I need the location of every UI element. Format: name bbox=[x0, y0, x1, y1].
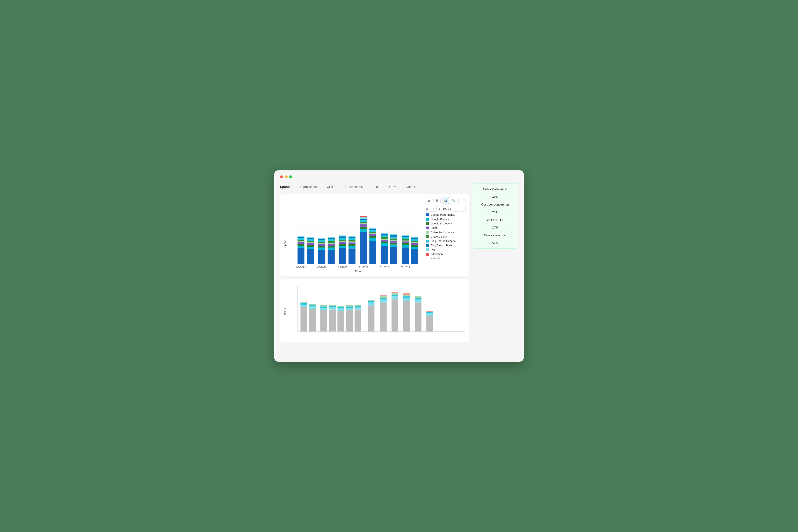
metrics-dropdown: Conversion value CPC Cost per conversion… bbox=[472, 183, 518, 249]
svg-rect-139 bbox=[338, 311, 344, 331]
tab-clicks[interactable]: Clicks bbox=[327, 183, 340, 190]
legend-item-google-display[interactable]: Google Display bbox=[426, 217, 466, 221]
svg-rect-127 bbox=[309, 309, 316, 331]
dropdown-item-ctr[interactable]: CTR bbox=[472, 224, 518, 231]
svg-rect-61 bbox=[360, 227, 367, 229]
svg-rect-103 bbox=[402, 236, 409, 237]
table-view-button[interactable]: ⊞ bbox=[425, 197, 432, 204]
close-button[interactable] bbox=[280, 175, 283, 178]
percent-view-button[interactable]: % bbox=[434, 197, 440, 204]
svg-rect-133 bbox=[320, 306, 327, 308]
svg-rect-129 bbox=[309, 305, 316, 306]
legend-item-bing-search-generic[interactable]: Bing Search Generic bbox=[426, 240, 466, 243]
chart-wrapper: Spend bbox=[283, 213, 423, 274]
svg-rect-11 bbox=[298, 238, 304, 240]
svg-rect-55 bbox=[348, 240, 355, 242]
svg-rect-65 bbox=[360, 220, 367, 222]
svg-rect-42 bbox=[339, 246, 346, 248]
svg-rect-85 bbox=[381, 234, 388, 235]
svg-rect-78 bbox=[381, 246, 388, 264]
svg-rect-101 bbox=[402, 239, 409, 241]
tab-cpm[interactable]: CPM bbox=[389, 183, 401, 190]
tab-spend[interactable]: Spend bbox=[280, 183, 295, 190]
svg-text:03-2024: 03-2024 bbox=[401, 266, 410, 269]
maximize-button[interactable] bbox=[289, 175, 292, 178]
svg-rect-58 bbox=[348, 236, 355, 237]
dropdown-item-roas[interactable]: ROAS bbox=[472, 208, 518, 216]
dropdown-item-aov[interactable]: AOV bbox=[472, 239, 518, 247]
svg-rect-5 bbox=[298, 248, 304, 264]
svg-rect-146 bbox=[346, 305, 353, 306]
legend-item-google-performance[interactable]: Google Performanc... bbox=[426, 213, 466, 216]
svg-rect-173 bbox=[415, 296, 421, 298]
svg-rect-48 bbox=[339, 236, 346, 238]
chart-view-button[interactable]: 📊 bbox=[442, 197, 449, 204]
svg-rect-171 bbox=[415, 300, 421, 303]
first-page-button[interactable]: ⟨⟨ bbox=[424, 206, 430, 212]
svg-rect-168 bbox=[403, 295, 410, 296]
tab-more[interactable]: More › bbox=[406, 183, 420, 190]
svg-rect-167 bbox=[403, 296, 410, 298]
svg-text:01-2024: 01-2024 bbox=[380, 266, 389, 269]
svg-rect-84 bbox=[381, 235, 388, 237]
dropdown-item-cpc[interactable]: CPC bbox=[472, 193, 518, 201]
svg-rect-20 bbox=[307, 240, 314, 241]
tab-trp[interactable]: TRP bbox=[373, 183, 384, 190]
tab-impressions[interactable]: Impressions bbox=[300, 183, 322, 190]
svg-rect-44 bbox=[339, 242, 346, 244]
svg-rect-64 bbox=[360, 222, 367, 223]
svg-rect-15 bbox=[307, 247, 314, 249]
svg-rect-143 bbox=[346, 310, 353, 331]
dropdown-item-cost-per-trp[interactable]: Cost per TRP bbox=[472, 216, 518, 224]
legend-item-email[interactable]: Email bbox=[426, 226, 466, 229]
left-panel: Spend Impressions Clicks Conversions TRP… bbox=[280, 183, 469, 342]
chart-toolbar: ⊞ % 📊 🔍 ⛶ bbox=[283, 197, 466, 204]
next-page-button[interactable]: ⟩ bbox=[453, 206, 459, 212]
legend-item-criteo-performance[interactable]: Criteo Performance bbox=[426, 231, 466, 234]
zoom-button[interactable]: 🔍 bbox=[450, 197, 457, 204]
svg-rect-24 bbox=[318, 247, 325, 250]
legend-color-criteo-performance bbox=[426, 231, 429, 234]
svg-rect-75 bbox=[369, 230, 376, 232]
svg-rect-67 bbox=[360, 217, 367, 219]
legend-item-awin[interactable]: Awin bbox=[426, 248, 466, 251]
svg-rect-13 bbox=[298, 236, 304, 237]
svg-rect-49 bbox=[339, 235, 346, 236]
minimize-button[interactable] bbox=[285, 175, 288, 178]
svg-rect-108 bbox=[411, 243, 418, 245]
legend-item-google-discovery[interactable]: Google Discovery bbox=[426, 222, 466, 225]
svg-rect-94 bbox=[390, 235, 397, 237]
svg-rect-19 bbox=[307, 241, 314, 242]
svg-rect-25 bbox=[318, 246, 325, 247]
fullscreen-button[interactable]: ⛶ bbox=[458, 197, 466, 204]
svg-rect-41 bbox=[339, 248, 346, 264]
legend-hide-all-button[interactable]: Hide all bbox=[426, 257, 466, 260]
svg-rect-71 bbox=[369, 236, 376, 238]
dropdown-item-conversion-value[interactable]: Conversion value bbox=[472, 185, 518, 193]
svg-rect-79 bbox=[381, 243, 388, 246]
legend-color-bing-search-brand bbox=[426, 244, 429, 247]
svg-text:05-2023: 05-2023 bbox=[296, 266, 306, 269]
legend-item-criteo-display[interactable]: Criteo Display bbox=[426, 235, 466, 238]
svg-rect-124 bbox=[301, 305, 307, 307]
dropdown-item-cost-per-conversion[interactable]: Cost per conversion bbox=[472, 201, 518, 208]
svg-rect-170 bbox=[415, 303, 421, 332]
svg-rect-153 bbox=[368, 301, 374, 303]
last-page-button[interactable]: ⟩⟩ bbox=[460, 206, 466, 212]
tab-conversions[interactable]: Conversions bbox=[345, 183, 368, 190]
svg-rect-68 bbox=[360, 216, 367, 217]
legend-item-adtraction[interactable]: Adtraction bbox=[426, 252, 466, 255]
right-panel: Conversion value CPC Cost per conversion… bbox=[472, 183, 518, 342]
legend-label-email: Email bbox=[431, 226, 437, 229]
dropdown-item-conversion-rate[interactable]: Conversion rate bbox=[472, 231, 518, 239]
bottom-chart-with-label: Sales bbox=[283, 283, 466, 341]
svg-rect-128 bbox=[309, 306, 316, 309]
svg-rect-46 bbox=[339, 240, 346, 241]
svg-rect-77 bbox=[369, 228, 376, 228]
svg-rect-174 bbox=[426, 316, 433, 332]
prev-page-button[interactable]: ⟨ bbox=[431, 206, 437, 212]
svg-rect-166 bbox=[403, 298, 410, 301]
legend-item-bing-search-brand[interactable]: Bing Search Brand bbox=[426, 244, 466, 247]
svg-rect-160 bbox=[392, 300, 398, 331]
svg-rect-105 bbox=[411, 249, 418, 264]
